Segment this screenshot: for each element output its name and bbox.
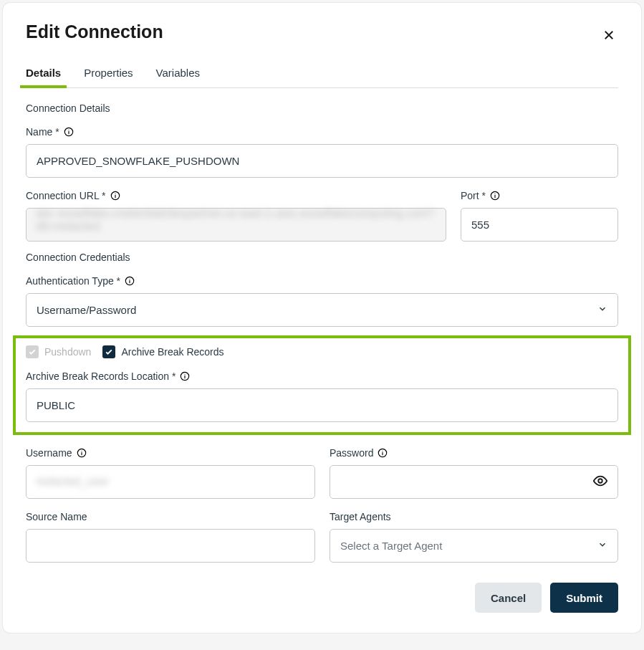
info-icon[interactable] [125, 276, 135, 286]
username-label: Username [26, 447, 72, 459]
cancel-button[interactable]: Cancel [475, 583, 542, 613]
pushdown-checkbox: Pushdown [26, 345, 91, 358]
edit-connection-modal: Edit Connection Details Properties Varia… [3, 3, 641, 633]
source-name-input[interactable] [26, 529, 315, 563]
archive-highlight-box: Pushdown Archive Break Records Archive B… [13, 335, 631, 435]
info-icon[interactable] [110, 191, 120, 201]
archive-location-label: Archive Break Records Location * [26, 371, 176, 382]
info-icon[interactable] [180, 371, 190, 381]
info-icon[interactable] [64, 127, 74, 137]
port-input[interactable] [461, 208, 618, 242]
password-input[interactable] [330, 465, 618, 499]
name-label: Name * [26, 126, 59, 138]
eye-icon[interactable] [592, 473, 608, 492]
archive-break-records-checkbox[interactable]: Archive Break Records [102, 345, 224, 358]
section-connection-details: Connection Details [26, 102, 618, 114]
tab-details[interactable]: Details [26, 59, 61, 87]
password-label: Password [330, 447, 373, 459]
archive-location-input[interactable] [26, 388, 618, 422]
target-agents-label: Target Agents [330, 511, 391, 522]
tabs: Details Properties Variables [26, 59, 618, 88]
target-agents-select[interactable]: Select a Target Agent [330, 529, 618, 563]
close-icon[interactable] [602, 29, 615, 44]
auth-type-select[interactable]: Username/Password [26, 293, 618, 327]
chevron-down-icon [597, 540, 607, 552]
name-input[interactable] [26, 144, 618, 178]
submit-button[interactable]: Submit [550, 583, 618, 613]
source-name-label: Source Name [26, 511, 87, 522]
footer-actions: Cancel Submit [26, 583, 618, 613]
auth-type-label: Authentication Type * [26, 275, 120, 287]
modal-title: Edit Connection [26, 21, 618, 42]
tab-properties[interactable]: Properties [84, 59, 133, 87]
info-icon[interactable] [378, 448, 388, 458]
section-connection-credentials: Connection Credentials [26, 252, 618, 263]
info-icon[interactable] [490, 191, 500, 201]
connection-url-label: Connection URL * [26, 190, 106, 201]
port-label: Port * [461, 190, 486, 201]
chevron-down-icon [597, 304, 607, 316]
info-icon[interactable] [77, 448, 87, 458]
svg-point-7 [598, 479, 602, 483]
tab-variables[interactable]: Variables [156, 59, 200, 87]
